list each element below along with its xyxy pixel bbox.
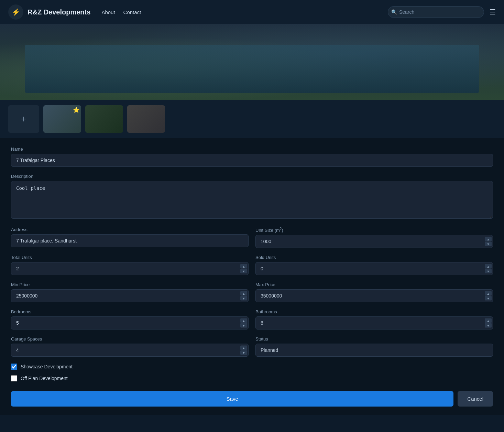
- bathrooms-label: Bathrooms: [255, 309, 493, 314]
- name-field-group: Name: [11, 147, 493, 167]
- form-section: Name Description Address Unit Size (m2) …: [0, 138, 504, 415]
- unit-size-down[interactable]: ▼: [485, 242, 492, 246]
- unit-size-input[interactable]: [255, 235, 493, 248]
- status-input[interactable]: [255, 344, 493, 357]
- max-price-label: Max Price: [255, 282, 493, 287]
- add-photo-button[interactable]: +: [8, 105, 39, 133]
- min-price-input[interactable]: [11, 289, 249, 302]
- menu-icon[interactable]: ☰: [490, 8, 496, 16]
- max-price-input[interactable]: [255, 289, 493, 302]
- sold-units-label: Sold Units: [255, 255, 493, 260]
- bedrooms-up[interactable]: ▲: [240, 318, 247, 323]
- total-units-label: Total Units: [11, 255, 249, 260]
- max-price-up[interactable]: ▲: [485, 291, 492, 296]
- description-textarea[interactable]: [11, 181, 493, 219]
- sold-units-wrap: ▲ ▼: [255, 262, 493, 275]
- thumb-3-inner: [127, 105, 165, 133]
- total-units-up[interactable]: ▲: [240, 264, 247, 269]
- thumbnail-star-icon: ⭐: [73, 107, 80, 113]
- action-row: Save Cancel: [11, 391, 493, 407]
- search-icon: 🔍: [391, 9, 397, 15]
- min-price-down[interactable]: ▼: [240, 296, 247, 301]
- min-price-up[interactable]: ▲: [240, 291, 247, 296]
- showcase-checkbox-group: Showcase Development: [11, 364, 493, 370]
- min-price-spinners: ▲ ▼: [240, 291, 247, 301]
- min-price-field-group: Min Price ▲ ▼: [11, 282, 249, 302]
- bathrooms-field-group: Bathrooms ▲ ▼: [255, 309, 493, 330]
- bedrooms-input[interactable]: [11, 316, 249, 330]
- sold-units-up[interactable]: ▲: [485, 264, 492, 269]
- thumbnails-section: + ⭐: [0, 100, 504, 138]
- total-units-down[interactable]: ▼: [240, 269, 247, 273]
- bathrooms-down[interactable]: ▼: [485, 323, 492, 328]
- showcase-label[interactable]: Showcase Development: [21, 364, 73, 369]
- units-row: Total Units ▲ ▼ Sold Units ▲ ▼: [11, 255, 493, 282]
- garage-input[interactable]: [11, 344, 249, 357]
- brand-logo[interactable]: ⚡ R&Z Developments: [8, 4, 90, 20]
- offplan-checkbox-group: Off Plan Development: [11, 375, 493, 381]
- max-price-spinners: ▲ ▼: [485, 291, 492, 301]
- save-button[interactable]: Save: [11, 391, 453, 407]
- thumb-2-inner: [85, 105, 123, 133]
- hero-pool-element: [25, 45, 479, 93]
- total-units-wrap: ▲ ▼: [11, 262, 249, 275]
- price-row: Min Price ▲ ▼ Max Price ▲ ▼: [11, 282, 493, 309]
- sold-units-input[interactable]: [255, 262, 493, 275]
- unit-size-wrap: ▲ ▼: [255, 235, 493, 248]
- bathrooms-up[interactable]: ▲: [485, 318, 492, 323]
- nav-about[interactable]: About: [101, 9, 115, 15]
- min-price-wrap: ▲ ▼: [11, 289, 249, 302]
- bedrooms-down[interactable]: ▼: [240, 323, 247, 328]
- cancel-button[interactable]: Cancel: [458, 391, 493, 407]
- unit-size-up[interactable]: ▲: [485, 237, 492, 241]
- nav-links: About Contact: [101, 9, 141, 15]
- bedrooms-spinners: ▲ ▼: [240, 318, 247, 328]
- thumbnail-3[interactable]: [127, 105, 165, 133]
- garage-label: Garage Spaces: [11, 336, 249, 342]
- offplan-checkbox[interactable]: [11, 375, 17, 381]
- logo-icon: ⚡: [8, 4, 23, 20]
- bedrooms-field-group: Bedrooms ▲ ▼: [11, 309, 249, 330]
- sold-units-down[interactable]: ▼: [485, 269, 492, 273]
- total-units-input[interactable]: [11, 262, 249, 275]
- description-label: Description: [11, 174, 493, 179]
- address-field-group: Address: [11, 227, 249, 248]
- garage-down[interactable]: ▼: [240, 350, 247, 355]
- unit-size-label: Unit Size (m2): [255, 227, 493, 233]
- address-label: Address: [11, 227, 249, 232]
- bedrooms-wrap: ▲ ▼: [11, 316, 249, 330]
- unit-size-field-group: Unit Size (m2) ▲ ▼: [255, 227, 493, 248]
- garage-wrap: ▲ ▼: [11, 344, 249, 357]
- hero-image: [0, 24, 504, 100]
- min-price-label: Min Price: [11, 282, 249, 287]
- brand-name: R&Z Developments: [28, 8, 90, 16]
- sold-units-spinners: ▲ ▼: [485, 264, 492, 273]
- status-field-group: Status: [255, 336, 493, 357]
- sold-units-field-group: Sold Units ▲ ▼: [255, 255, 493, 275]
- thumbnail-1[interactable]: ⭐: [43, 105, 81, 133]
- garage-field-group: Garage Spaces ▲ ▼: [11, 336, 249, 357]
- address-input[interactable]: [11, 234, 249, 247]
- total-units-field-group: Total Units ▲ ▼: [11, 255, 249, 275]
- status-label: Status: [255, 336, 493, 342]
- showcase-checkbox[interactable]: [11, 364, 17, 370]
- unit-size-spinners: ▲ ▼: [485, 237, 492, 246]
- bathrooms-input[interactable]: [255, 316, 493, 330]
- bed-bath-row: Bedrooms ▲ ▼ Bathrooms ▲ ▼: [11, 309, 493, 336]
- hero-background: [0, 24, 504, 100]
- name-input[interactable]: [11, 154, 493, 167]
- max-price-wrap: ▲ ▼: [255, 289, 493, 302]
- search-input[interactable]: [388, 6, 484, 18]
- nav-contact[interactable]: Contact: [123, 9, 141, 15]
- thumbnail-2[interactable]: [85, 105, 123, 133]
- bathrooms-wrap: ▲ ▼: [255, 316, 493, 330]
- garage-up[interactable]: ▲: [240, 346, 247, 350]
- bedrooms-label: Bedrooms: [11, 309, 249, 314]
- bathrooms-spinners: ▲ ▼: [485, 318, 492, 328]
- offplan-label[interactable]: Off Plan Development: [21, 376, 68, 381]
- address-unitsize-row: Address Unit Size (m2) ▲ ▼: [11, 227, 493, 255]
- navbar: ⚡ R&Z Developments About Contact 🔍 ☰: [0, 0, 504, 24]
- description-field-group: Description: [11, 174, 493, 220]
- max-price-down[interactable]: ▼: [485, 296, 492, 301]
- garage-spinners: ▲ ▼: [240, 346, 247, 355]
